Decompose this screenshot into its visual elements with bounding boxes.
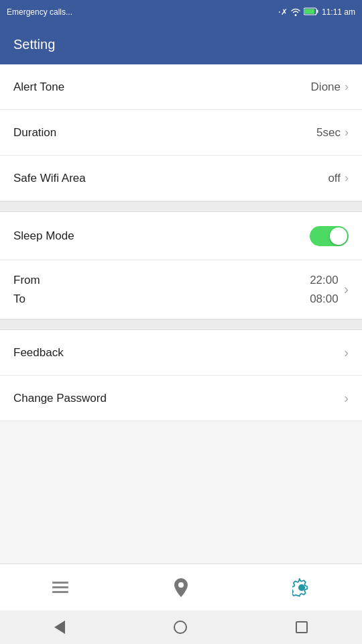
status-right: ⋅✗ 11:11 am [278,7,355,18]
time-text: 11:11 am [322,7,355,17]
nav-location-button[interactable] [161,571,201,604]
settings-content: Alert Tone Dione › Duration 5sec › Safe … [0,64,362,421]
duration-value: 5sec [316,126,341,140]
home-button[interactable] [174,621,187,634]
status-bar: Emergency calls... ⋅✗ 11:1 [0,0,362,24]
alert-tone-chevron-icon: › [345,80,349,94]
home-icon [174,621,187,634]
sleep-mode-label: Sleep Mode [13,229,74,243]
from-to-right: 22:00 08:00 › [310,274,349,306]
alert-tone-label: Alert Tone [13,80,64,94]
svg-rect-1 [316,9,318,13]
duration-label: Duration [13,126,56,140]
section-divider-1 [0,201,362,212]
safe-wifi-chevron-icon: › [345,171,349,185]
alert-tone-value: Dione [311,80,341,94]
back-button[interactable] [54,621,65,634]
duration-chevron-icon: › [345,125,349,140]
from-label: From [13,274,40,287]
location-icon [174,578,188,597]
nav-settings-button[interactable] [282,571,322,604]
recents-button[interactable] [296,621,308,633]
alert-tone-row[interactable]: Alert Tone Dione › [0,64,362,110]
page-header: Setting [0,24,362,64]
bottom-nav [0,564,362,610]
status-icons: ⋅✗ [278,7,318,18]
safe-wifi-value: off [328,172,341,185]
carrier-text: Emergency calls... [7,7,72,17]
section-divider-2 [0,319,362,330]
svg-rect-2 [304,9,314,14]
feedback-row[interactable]: Feedback › [0,330,362,376]
change-password-label: Change Password [13,392,107,405]
duration-row[interactable]: Duration 5sec › [0,110,362,156]
svg-point-3 [178,582,184,588]
system-nav-bar [0,610,362,644]
sleep-mode-row: Sleep Mode [0,212,362,260]
page-title: Setting [13,37,55,52]
recents-icon [296,621,308,633]
safe-wifi-row[interactable]: Safe Wifi Area off › [0,156,362,201]
to-value: 08:00 [310,292,339,306]
bluetooth-icon: ⋅✗ [278,7,288,17]
wifi-icon [290,7,301,18]
alert-tone-value-container: Dione › [311,80,349,94]
from-to-row[interactable]: From To 22:00 08:00 › [0,260,362,319]
toggle-knob [330,227,347,245]
battery-icon [304,7,318,17]
from-to-chevron-icon: › [344,281,349,299]
to-label: To [13,292,40,306]
gear-icon [292,578,311,597]
feedback-label: Feedback [13,346,64,360]
back-icon [54,621,65,634]
change-password-row[interactable]: Change Password › [0,376,362,421]
list-icon [52,582,68,593]
change-password-chevron-icon: › [344,390,349,406]
safe-wifi-label: Safe Wifi Area [13,172,86,185]
safe-wifi-value-container: off › [328,171,349,185]
from-value: 22:00 [310,274,339,287]
from-to-values: 22:00 08:00 [310,274,339,306]
from-to-labels: From To [13,274,40,306]
duration-value-container: 5sec › [316,125,349,140]
sleep-mode-toggle[interactable] [310,226,349,246]
feedback-chevron-icon: › [344,345,349,360]
nav-list-button[interactable] [40,571,80,604]
